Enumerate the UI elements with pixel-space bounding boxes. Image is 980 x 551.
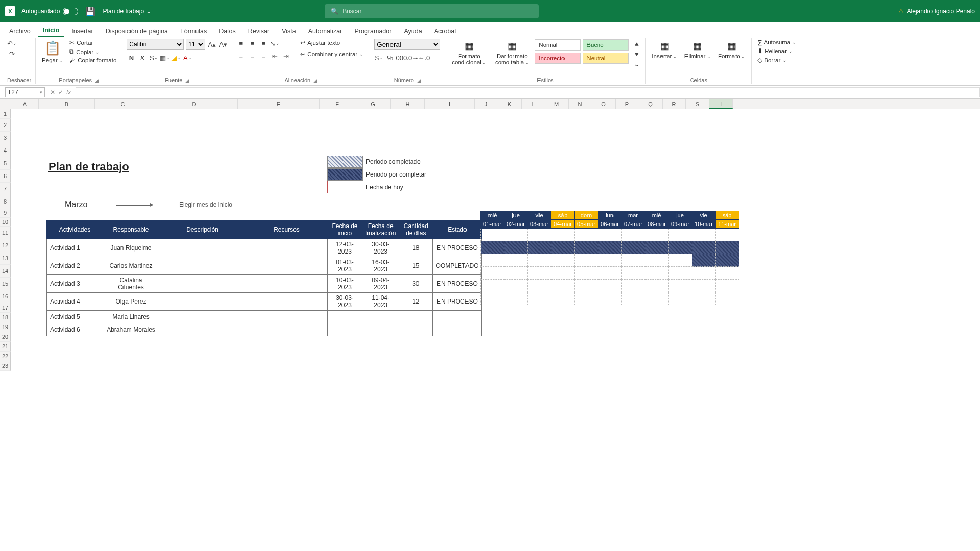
gantt-cell[interactable] — [528, 292, 551, 305]
clear-button[interactable]: ◇Borrar — [756, 56, 788, 64]
row-header-7[interactable]: 7 — [0, 183, 11, 195]
gantt-cell[interactable] — [481, 280, 504, 292]
cell-end-date[interactable]: 30-03-2023 — [362, 239, 399, 257]
search-box[interactable]: 🔍 Buscar — [325, 4, 539, 18]
column-header-R[interactable]: R — [663, 99, 686, 109]
gantt-cell[interactable] — [692, 254, 716, 267]
gantt-cell[interactable] — [645, 267, 669, 280]
column-header-M[interactable]: M — [545, 99, 569, 109]
format-as-table-button[interactable]: ▦Dar formato como tabla — [492, 39, 532, 66]
gantt-cell[interactable] — [598, 229, 622, 241]
cell-activity[interactable]: Actividad 2 — [47, 257, 103, 275]
cell-end-date[interactable]: 09-04-2023 — [362, 275, 399, 293]
cell-responsible[interactable]: Maria Linares — [103, 311, 159, 323]
gantt-cell[interactable] — [645, 254, 669, 267]
document-name[interactable]: Plan de trabajo ⌄ — [103, 8, 151, 15]
align-left-icon[interactable]: ≡ — [236, 51, 246, 60]
row-header-6[interactable]: 6 — [0, 170, 11, 183]
column-header-Q[interactable]: Q — [639, 99, 663, 109]
cell-style-neutral[interactable]: Neutral — [583, 53, 629, 64]
gantt-cell[interactable] — [716, 229, 739, 241]
column-header-C[interactable]: C — [95, 99, 151, 109]
number-format-select[interactable]: General — [374, 39, 440, 50]
gantt-cell[interactable] — [669, 229, 692, 241]
bold-button[interactable]: N — [127, 53, 136, 62]
gantt-cell[interactable] — [551, 280, 575, 292]
gantt-cell[interactable] — [504, 267, 528, 280]
tab-automatizar[interactable]: Automatizar — [303, 24, 348, 37]
gantt-cell[interactable] — [528, 267, 551, 280]
table-row[interactable]: Actividad 1Juan Riquelme12-03-202330-03-… — [47, 239, 482, 257]
dialog-launcher-icon[interactable]: ◢ — [185, 78, 189, 83]
column-header-D[interactable]: D — [151, 99, 238, 109]
gantt-cell[interactable] — [504, 241, 528, 254]
gantt-cell[interactable] — [504, 229, 528, 241]
format-painter-button[interactable]: 🖌Copiar formato — [68, 57, 118, 64]
cell-end-date[interactable]: 11-04-2023 — [362, 293, 399, 311]
orientation-icon[interactable]: ⤡ — [270, 39, 279, 48]
align-top-icon[interactable]: ≡ — [236, 39, 246, 48]
gantt-cell[interactable] — [622, 229, 645, 241]
row-header-17[interactable]: 17 — [0, 303, 11, 313]
cell-style-bueno[interactable]: Bueno — [583, 39, 629, 51]
tab-programador[interactable]: Programador — [349, 24, 397, 37]
cell-responsible[interactable]: Olga Pérez — [103, 293, 159, 311]
table-row[interactable]: Actividad 4Olga Pérez30-03-202311-04-202… — [47, 293, 482, 311]
cell-resources[interactable] — [246, 275, 328, 293]
tab-archivo[interactable]: Archivo — [4, 24, 36, 37]
gantt-cell[interactable] — [504, 280, 528, 292]
gantt-cell[interactable] — [692, 280, 716, 292]
thousands-icon[interactable]: 000 — [397, 53, 406, 62]
row-header-8[interactable]: 8 — [0, 195, 11, 208]
row-header-4[interactable]: 4 — [0, 144, 11, 157]
gantt-cell[interactable] — [575, 241, 598, 254]
gantt-cell[interactable] — [504, 292, 528, 305]
font-name-select[interactable]: Calibri — [127, 39, 184, 50]
percent-icon[interactable]: % — [385, 53, 395, 62]
cell-status[interactable] — [433, 311, 482, 323]
gantt-cell[interactable] — [692, 267, 716, 280]
cell-responsible[interactable]: Catalina Cifuentes — [103, 275, 159, 293]
cell-resources[interactable] — [246, 323, 328, 336]
table-row[interactable]: Actividad 3Catalina Cifuentes10-03-20230… — [47, 275, 482, 293]
gantt-cell[interactable] — [481, 267, 504, 280]
cell-style-normal[interactable]: Normal — [535, 39, 581, 51]
dialog-launcher-icon[interactable]: ◢ — [95, 78, 99, 83]
gantt-cell[interactable] — [622, 241, 645, 254]
styles-up-icon[interactable]: ▴ — [632, 39, 641, 48]
cell-resources[interactable] — [246, 311, 328, 323]
cell-responsible[interactable]: Carlos Martinez — [103, 257, 159, 275]
column-header-G[interactable]: G — [355, 99, 391, 109]
gantt-cell[interactable] — [551, 229, 575, 241]
font-color-button[interactable]: A — [183, 53, 192, 62]
cell-start-date[interactable]: 10-03-2023 — [328, 275, 362, 293]
cell-description[interactable] — [159, 239, 246, 257]
delete-cells-button[interactable]: ▦Eliminar — [682, 39, 713, 60]
toggle-switch-icon[interactable] — [63, 8, 78, 15]
column-header-K[interactable]: K — [498, 99, 522, 109]
gantt-cell[interactable] — [528, 229, 551, 241]
gantt-cell[interactable] — [481, 229, 504, 241]
merge-center-button[interactable]: ⇿Combinar y centrar — [299, 50, 365, 58]
gantt-cell[interactable] — [504, 254, 528, 267]
gantt-cell[interactable] — [551, 267, 575, 280]
row-header-10[interactable]: 10 — [0, 218, 11, 227]
decrease-font-icon[interactable]: A▾ — [218, 40, 228, 49]
increase-decimal-icon[interactable]: .0→ — [408, 53, 417, 62]
decrease-decimal-icon[interactable]: ←.0 — [419, 53, 428, 62]
paste-button[interactable]: 📋 Pegar — [40, 39, 65, 64]
table-row[interactable]: Actividad 2Carlos Martinez01-03-202316-0… — [47, 257, 482, 275]
save-icon[interactable]: 💾 — [85, 7, 95, 16]
row-header-21[interactable]: 21 — [0, 342, 11, 352]
gantt-cell[interactable] — [551, 292, 575, 305]
cell-status[interactable]: EN PROCESO — [433, 293, 482, 311]
dialog-launcher-icon[interactable]: ◢ — [417, 78, 421, 83]
cell-description[interactable] — [159, 311, 246, 323]
column-header-O[interactable]: O — [592, 99, 616, 109]
cell-days[interactable]: 15 — [399, 257, 433, 275]
gantt-cell[interactable] — [575, 267, 598, 280]
row-header-3[interactable]: 3 — [0, 132, 11, 144]
row-header-9[interactable]: 9 — [0, 208, 11, 218]
table-row[interactable]: Actividad 6Abraham Morales — [47, 323, 482, 336]
cell-activity[interactable]: Actividad 4 — [47, 293, 103, 311]
